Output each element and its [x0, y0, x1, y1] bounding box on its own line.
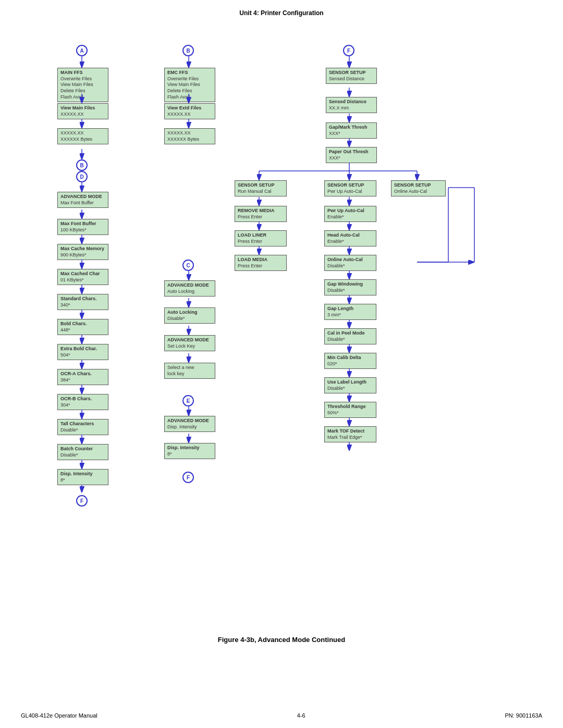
footer-right: PN: 9001163A	[505, 712, 542, 719]
view-main-files-box: View Main Files XXXXX.XX	[57, 103, 108, 119]
cal-in-peel-mode-box: Cal in Peel Mode Disable*	[324, 328, 376, 344]
load-media-box: LOAD MEDIA Press Enter	[235, 255, 287, 271]
emc-files-data-box: XXXXX.XXXXXXXX Bytes	[164, 128, 215, 144]
diagram-area: A MAIN FFS Overwrite FilesView Main File…	[26, 26, 537, 631]
max-cache-memory-box: Max Cache Memory 900 KBytes*	[57, 244, 108, 260]
auto-locking-disable-box: Auto Locking Disable*	[164, 307, 215, 324]
disp-intensity-d-box: Disp. Intensity 8*	[57, 469, 108, 485]
threshold-range-box: Threshold Range 50%*	[324, 402, 376, 418]
use-label-length-box: Use Label Length Disable*	[324, 377, 376, 393]
sensor-online-auto-cal-box: SENSOR SETUP Online Auto-Cal	[391, 180, 446, 196]
load-liner-box: LOAD LINER Press Enter	[235, 230, 287, 246]
bold-chars-box: Bold Chars. 448*	[57, 319, 108, 335]
advanced-mode-d-box: ADVANCED MODE Max Font Buffer	[57, 192, 108, 208]
circle-d: D	[76, 171, 88, 182]
sensor-manual-cal-box: SENSOR SETUP Run Manual Cal	[235, 180, 287, 196]
mark-tof-detect-box: Mark TOF Detect Mark Trail Edge*	[324, 426, 376, 442]
head-auto-cal-box: Head Auto-Cal Enable*	[324, 230, 376, 246]
main-files-data-box: XXXXX.XXXXXXXX Bytes	[57, 128, 108, 144]
select-lock-key-box: Select a newlock key	[164, 363, 215, 379]
sensor-pwr-auto-cal-box: SENSOR SETUP Pwr Up Auto-Cal	[324, 180, 376, 196]
gap-length-box: Gap Length 3 mm*	[324, 304, 376, 320]
max-cached-char-box: Max Cached Char 01 KBytes*	[57, 269, 108, 285]
standard-chars-box: Standard Chars. 340*	[57, 294, 108, 310]
advanced-mode-auto-locking-box: ADVANCED MODE Auto Locking	[164, 280, 215, 297]
remove-media-box: REMOVE MEDIA Press Enter	[235, 206, 287, 222]
circle-e: E	[182, 395, 194, 406]
advanced-mode-disp-intensity-box: ADVANCED MODE Disp. Intensity	[164, 416, 215, 432]
ocra-chars-box: OCR-A Chars. 384*	[57, 369, 108, 385]
page-footer: GL408-412e Operator Manual 4-6 PN: 90011…	[0, 712, 563, 719]
footer-center: 4-6	[297, 712, 305, 719]
extra-bold-char-box: Extra Bold Char. 504*	[57, 344, 108, 360]
ocrb-chars-box: OCR-B Chars. 304*	[57, 394, 108, 410]
emc-ffs-box: EMC FFS Overwrite FilesView Main FilesDe…	[164, 68, 215, 102]
sensed-distance-box: Sensed Distance XX.X mm	[326, 97, 377, 113]
figure-caption: Figure 4-3b, Advanced Mode Continued	[0, 636, 563, 644]
circle-c: C	[182, 260, 194, 271]
tall-characters-box: Tall Characters Disable*	[57, 419, 108, 435]
circle-f-top: F	[343, 45, 354, 56]
online-auto-cal-disable-box: Online Auto-Cal Disable*	[324, 255, 376, 271]
advanced-mode-set-lock-box: ADVANCED MODE Set Lock Key	[164, 335, 215, 351]
gap-windowing-box: Gap Windowing Disable*	[324, 279, 376, 295]
circle-f-bottom-right: F	[182, 472, 194, 483]
circle-f-bottom-left: F	[76, 495, 88, 507]
footer-left: GL408-412e Operator Manual	[21, 712, 97, 719]
pwr-up-auto-cal-enable-box: Pwr Up Auto-Cal Enable*	[324, 206, 376, 222]
batch-counter-box: Batch Counter Disable*	[57, 444, 108, 460]
max-font-buffer-box: Max Font Buffer 100 KBytes*	[57, 219, 108, 235]
paper-out-thresh-box: Paper Out Thresh XXX*	[326, 147, 377, 163]
circle-b-top: B	[182, 45, 194, 56]
circle-b-bottom: B	[76, 159, 88, 171]
sensor-setup-main-box: SENSOR SETUP Sensed Distance	[326, 68, 377, 84]
circle-a: A	[76, 45, 88, 56]
page-header: Unit 4: Printer Configuration	[0, 0, 563, 21]
gap-mark-thresh-box: Gap/Mark Thresh XXX*	[326, 122, 377, 139]
view-extd-files-box: View Extd Files XXXXX.XX	[164, 103, 215, 119]
disp-intensity-e-box: Disp. Intensity 8*	[164, 443, 215, 459]
main-ffs-box: MAIN FFS Overwrite FilesView Main FilesD…	[57, 68, 108, 102]
min-calib-delta-box: Min Calib Delta 020*	[324, 353, 376, 369]
